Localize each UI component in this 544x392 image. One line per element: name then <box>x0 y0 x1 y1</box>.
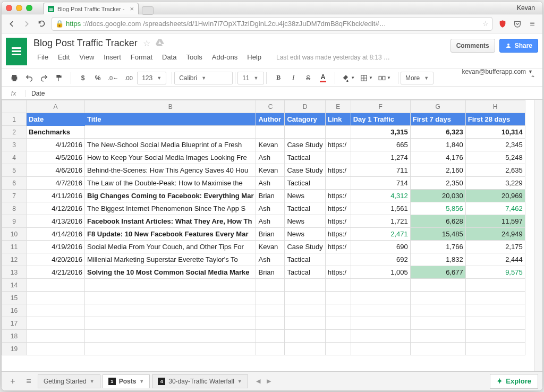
cell[interactable] <box>325 343 351 355</box>
menu-insert[interactable]: Insert <box>100 51 125 63</box>
cell[interactable]: The Biggest Internet Phenomenon Since Th… <box>85 202 256 215</box>
cell[interactable]: Tactical <box>285 177 325 190</box>
menu-view[interactable]: View <box>75 51 98 63</box>
cell[interactable]: 3,315 <box>351 126 410 139</box>
cell[interactable]: 2,444 <box>465 253 525 266</box>
explore-button[interactable]: ✦Explore <box>490 374 538 389</box>
strikethrough-icon[interactable]: S <box>302 72 314 84</box>
minimize-window-icon[interactable] <box>16 5 22 11</box>
cell[interactable]: 4/7/2016 <box>27 177 85 190</box>
row-header[interactable]: 2 <box>2 126 27 139</box>
cell[interactable] <box>465 304 525 317</box>
cell[interactable]: 4/12/2016 <box>27 202 85 215</box>
close-tab-icon[interactable]: × <box>130 5 134 13</box>
cell[interactable]: Tactical <box>285 266 325 279</box>
cell[interactable] <box>325 253 351 266</box>
number-format-dropdown[interactable]: 123▼ <box>137 72 166 84</box>
cell[interactable] <box>85 126 256 139</box>
cell[interactable] <box>325 317 351 330</box>
cell[interactable]: 714 <box>351 177 410 190</box>
cell[interactable]: 5,248 <box>465 151 525 164</box>
cell[interactable]: Brian <box>256 228 285 241</box>
new-tab-button[interactable] <box>142 6 154 15</box>
formula-input[interactable]: Date <box>26 90 45 97</box>
cell[interactable] <box>27 317 85 330</box>
cell[interactable]: News <box>285 228 325 241</box>
all-sheets-button[interactable]: ≡ <box>22 374 36 388</box>
row-header[interactable]: 13 <box>2 266 27 279</box>
more-toolbar-dropdown[interactable]: More▼ <box>401 72 434 84</box>
cell[interactable]: Title <box>85 113 256 126</box>
col-header-A[interactable]: A <box>27 100 85 113</box>
cell[interactable]: Date <box>27 113 85 126</box>
row-header[interactable]: 11 <box>2 241 27 253</box>
cell[interactable]: First 28 days <box>465 113 525 126</box>
menu-tools[interactable]: Tools <box>182 51 206 63</box>
row-header[interactable]: 6 <box>2 177 27 190</box>
cell[interactable]: 6,628 <box>410 215 465 228</box>
cell[interactable] <box>351 343 410 355</box>
cell[interactable]: Catagory <box>285 113 325 126</box>
row-header[interactable]: 1 <box>2 113 27 126</box>
cell[interactable]: 9,575 <box>465 266 525 279</box>
undo-icon[interactable] <box>23 72 36 84</box>
vertical-scrollbar[interactable] <box>534 100 542 371</box>
sheet-tab-waterfall[interactable]: 430-day-Traffic Waterfall▼ <box>152 374 248 388</box>
cell[interactable] <box>27 292 85 304</box>
cell[interactable]: 15,485 <box>410 228 465 241</box>
row-header[interactable]: 3 <box>2 139 27 151</box>
col-header-C[interactable]: C <box>256 100 285 113</box>
select-all-corner[interactable] <box>2 100 27 113</box>
cell[interactable]: 20,030 <box>410 190 465 202</box>
address-bar[interactable]: 🔒 https ://docs.google.com /spreadsheets… <box>52 17 492 31</box>
format-percent-icon[interactable]: % <box>91 72 104 84</box>
cell[interactable] <box>325 151 351 164</box>
cell[interactable] <box>285 343 325 355</box>
paint-format-icon[interactable] <box>53 72 65 84</box>
cell[interactable]: 11,597 <box>465 215 525 228</box>
cell[interactable]: 2,160 <box>410 164 465 177</box>
cell[interactable] <box>256 126 285 139</box>
cell[interactable] <box>85 279 256 292</box>
format-currency-icon[interactable]: $ <box>76 72 89 84</box>
cell[interactable]: Ash <box>256 151 285 164</box>
col-header-E[interactable]: E <box>325 100 351 113</box>
sheet-tab-posts[interactable]: 1Posts▼ <box>103 374 150 388</box>
col-header-G[interactable]: G <box>410 100 465 113</box>
cell[interactable]: Ash <box>256 215 285 228</box>
cell[interactable] <box>410 292 465 304</box>
last-edit-text[interactable]: Last edit was made yesterday at 8:13 … <box>273 52 394 63</box>
bold-icon[interactable]: B <box>272 72 285 84</box>
cell[interactable] <box>285 292 325 304</box>
increase-decimal-icon[interactable]: .00 <box>122 72 135 84</box>
cell[interactable] <box>351 279 410 292</box>
text-color-icon[interactable]: A <box>317 72 329 84</box>
cell[interactable]: Brian <box>256 266 285 279</box>
cell[interactable] <box>351 292 410 304</box>
cell[interactable]: Behind-the-Scenes: How This Agency Saves… <box>85 164 256 177</box>
cell[interactable]: News <box>285 190 325 202</box>
cell[interactable]: Ash <box>256 177 285 190</box>
cell[interactable]: https:/ <box>325 228 351 241</box>
cell[interactable] <box>256 317 285 330</box>
cell[interactable]: https:/ <box>325 241 351 253</box>
cell[interactable] <box>410 279 465 292</box>
cell[interactable]: 7,462 <box>465 202 525 215</box>
menu-edit[interactable]: Edit <box>54 51 73 63</box>
spreadsheet-grid[interactable]: A B C D E F G H 1 Date Title Author Cata… <box>2 100 534 371</box>
maximize-window-icon[interactable] <box>26 5 32 11</box>
cell[interactable]: 6,323 <box>410 126 465 139</box>
cell[interactable]: https:/ <box>325 139 351 151</box>
italic-icon[interactable]: I <box>287 72 300 84</box>
row-header[interactable]: 7 <box>2 190 27 202</box>
cell[interactable]: How to Keep Your Social Media Images Loo… <box>85 151 256 164</box>
cell[interactable]: Day 1 Traffic <box>351 113 410 126</box>
cell[interactable] <box>351 304 410 317</box>
row-header[interactable]: 9 <box>2 215 27 228</box>
font-family-dropdown[interactable]: Calibri▼ <box>174 72 233 84</box>
close-window-icon[interactable] <box>6 5 12 11</box>
cell[interactable]: 6,677 <box>410 266 465 279</box>
extension-pocket-icon[interactable] <box>513 19 522 29</box>
row-header[interactable]: 16 <box>2 304 27 317</box>
cell[interactable]: Link <box>325 113 351 126</box>
